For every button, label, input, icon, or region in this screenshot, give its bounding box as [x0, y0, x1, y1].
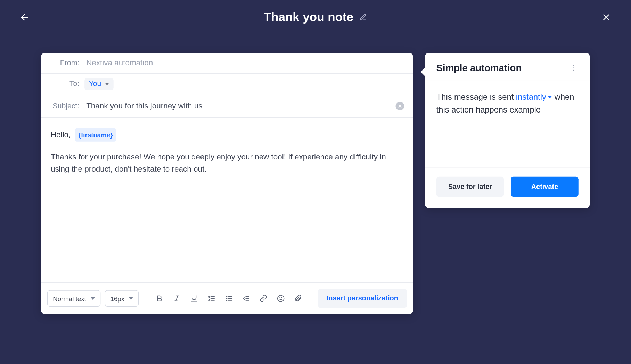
outdent-button[interactable] [240, 292, 253, 305]
link-icon [260, 295, 267, 302]
body-editor[interactable]: Hello, {firstname} Thanks for your purch… [41, 118, 413, 282]
svg-point-24 [573, 65, 574, 66]
main: From: Nextiva automation To: You Subject… [0, 53, 631, 314]
subject-input[interactable]: Thank you for this journey with us [86, 101, 202, 110]
from-value: Nextiva automation [86, 58, 153, 67]
subject-label: Subject: [51, 101, 79, 110]
pencil-icon [359, 14, 367, 21]
to-label: To: [51, 80, 79, 88]
automation-sidepanel: Simple automation This message is sent i… [425, 53, 590, 208]
ordered-list-icon [208, 295, 215, 302]
svg-point-21 [278, 295, 284, 302]
title-wrap: Thank you note [264, 10, 367, 24]
edit-title-button[interactable] [359, 13, 367, 22]
sidepanel-title: Simple automation [436, 63, 568, 74]
svg-point-26 [573, 70, 574, 71]
chevron-down-icon [90, 297, 95, 299]
font-size-value: 16px [110, 295, 125, 302]
italic-icon [173, 295, 181, 302]
chevron-down-icon [548, 96, 552, 98]
outdent-icon [242, 295, 250, 302]
underline-icon [190, 295, 198, 302]
sidepanel-footer: Save for later Activate [425, 168, 590, 208]
automation-sentence-pre: This message is sent [436, 92, 514, 101]
firstname-token[interactable]: {firstname} [75, 128, 116, 142]
emoji-icon [277, 295, 285, 302]
underline-button[interactable] [188, 292, 200, 305]
greeting-text: Hello, [51, 129, 71, 141]
header: Thank you note [0, 0, 631, 35]
editor-toolbar: Normal text 16px [41, 282, 413, 314]
body-paragraph: Thanks for your purchase! We hope you de… [51, 151, 403, 176]
emoji-button[interactable] [274, 292, 287, 305]
sidepanel-wrap: Simple automation This message is sent i… [425, 53, 590, 208]
svg-point-17 [226, 300, 227, 301]
sidepanel-more-button[interactable] [568, 63, 579, 73]
arrow-left-icon [20, 13, 29, 22]
unordered-list-icon [225, 295, 232, 302]
bold-button[interactable] [153, 292, 166, 305]
back-button[interactable] [17, 10, 32, 25]
body-greeting: Hello, {firstname} [51, 128, 403, 142]
to-select[interactable]: You [84, 78, 113, 90]
save-for-later-button[interactable]: Save for later [436, 177, 504, 197]
italic-button[interactable] [170, 292, 183, 305]
svg-point-25 [573, 67, 574, 68]
more-vertical-icon [569, 64, 577, 72]
svg-point-16 [226, 298, 227, 299]
text-style-value: Normal text [53, 295, 86, 302]
from-label: From: [51, 59, 79, 67]
to-row: To: You [41, 74, 413, 94]
activate-button[interactable]: Activate [511, 177, 579, 197]
automation-timing-value: instantly [516, 91, 546, 104]
ordered-list-button[interactable] [205, 292, 218, 305]
unordered-list-button[interactable] [222, 292, 235, 305]
email-composer: From: Nextiva automation To: You Subject… [41, 53, 413, 314]
from-row: From: Nextiva automation [41, 53, 413, 74]
close-icon [602, 13, 610, 22]
chevron-down-icon [105, 83, 109, 85]
x-icon [398, 104, 402, 108]
font-size-select[interactable]: 16px [105, 290, 139, 306]
chevron-down-icon [129, 297, 133, 299]
paperclip-icon [294, 295, 302, 302]
divider [146, 292, 146, 305]
svg-line-7 [176, 296, 178, 301]
clear-subject-button[interactable] [396, 101, 404, 110]
close-button[interactable] [599, 10, 613, 25]
svg-point-15 [226, 296, 227, 297]
automation-timing-select[interactable]: instantly [516, 91, 552, 104]
insert-personalization-button[interactable]: Insert personalization [318, 289, 407, 308]
sidepanel-header: Simple automation [425, 53, 590, 81]
sidepanel-body: This message is sent instantly when this… [425, 81, 590, 167]
text-style-select[interactable]: Normal text [47, 290, 100, 306]
page-title: Thank you note [264, 10, 353, 24]
link-button[interactable] [257, 292, 270, 305]
subject-row: Subject: Thank you for this journey with… [41, 94, 413, 118]
bold-icon [156, 295, 163, 302]
attachment-button[interactable] [292, 292, 305, 305]
to-value: You [89, 80, 101, 88]
